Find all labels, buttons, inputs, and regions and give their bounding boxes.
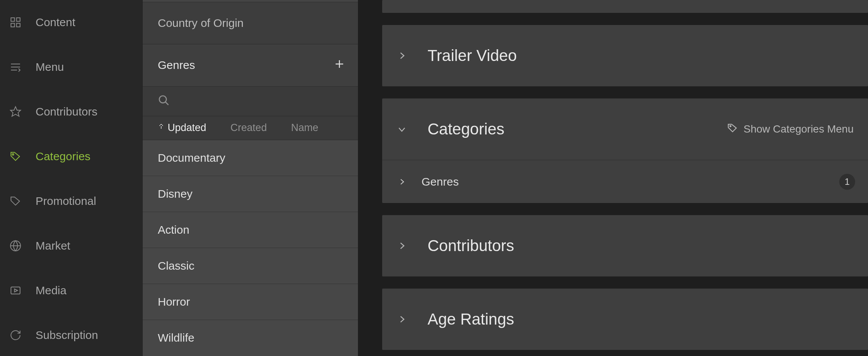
genre-list-item[interactable]: Wildlife <box>143 320 358 356</box>
tag-icon <box>9 150 22 163</box>
genre-label: Horror <box>158 295 190 308</box>
svg-rect-1 <box>17 18 20 21</box>
panel-title: Trailer Video <box>428 47 854 65</box>
nav-label: Promotional <box>36 195 96 208</box>
nav-label: Subscription <box>36 329 98 342</box>
count-badge: 1 <box>839 174 855 190</box>
star-icon <box>9 105 22 118</box>
sort-label: Name <box>291 122 318 134</box>
panel-title: Categories <box>428 120 709 138</box>
panel-prev-sliver <box>382 0 868 13</box>
genre-list-item[interactable]: Action <box>143 212 358 248</box>
svg-point-14 <box>159 96 166 103</box>
sort-created[interactable]: Created <box>230 122 267 134</box>
action-label: Show Categories Menu <box>744 123 854 135</box>
svg-line-15 <box>165 102 168 105</box>
svg-rect-0 <box>11 18 14 21</box>
nav-label: Content <box>36 16 75 29</box>
country-of-origin-label: Country of Origin <box>158 17 244 30</box>
chevron-right-icon <box>394 48 409 63</box>
svg-rect-10 <box>11 287 20 294</box>
globe-icon <box>9 239 22 252</box>
nav-item-contributors[interactable]: Contributors <box>0 89 142 134</box>
genre-label: Classic <box>158 259 194 272</box>
panel-contributors: Contributors <box>382 215 868 276</box>
subrow-title: Genres <box>422 175 826 188</box>
svg-point-8 <box>12 154 14 155</box>
genre-label: Documentary <box>158 151 225 164</box>
side-panel-genres-header[interactable]: Genres <box>143 44 358 87</box>
show-categories-menu-button[interactable]: Show Categories Menu <box>727 122 854 136</box>
panel-title: Contributors <box>428 237 854 255</box>
panel-trailer-video: Trailer Video <box>382 25 868 86</box>
panel-header-age-ratings[interactable]: Age Ratings <box>382 289 868 350</box>
chevron-right-icon <box>394 238 409 253</box>
nav-label: Menu <box>36 61 64 73</box>
sort-label: Updated <box>168 122 206 134</box>
tag2-icon <box>9 195 22 208</box>
genres-label: Genres <box>158 59 195 72</box>
panel-header-contributors[interactable]: Contributors <box>382 215 868 276</box>
svg-rect-2 <box>11 23 14 27</box>
genre-list-item[interactable]: Classic <box>143 248 358 284</box>
chevron-down-icon <box>394 124 409 134</box>
nav-item-subscription[interactable]: Subscription <box>0 313 142 356</box>
panel-header-trailer-video[interactable]: Trailer Video <box>382 25 868 86</box>
chevron-right-icon <box>396 175 408 188</box>
panel-title: Age Ratings <box>428 310 854 328</box>
nav-label: Media <box>36 284 67 297</box>
nav-item-promotional[interactable]: Promotional <box>0 179 142 223</box>
sort-updated[interactable]: Updated <box>158 122 206 134</box>
play-icon <box>9 284 22 297</box>
genre-list-item[interactable]: Disney <box>143 176 358 212</box>
chevron-right-icon <box>394 312 409 327</box>
panel-age-ratings: Age Ratings <box>382 289 868 350</box>
sort-name[interactable]: Name <box>291 122 318 134</box>
panel-subrow-genres[interactable]: Genres 1 <box>382 160 868 203</box>
main-content: Trailer Video Categories Show Categories… <box>358 0 868 356</box>
side-panel: Country of Origin Genres Updated Created… <box>142 0 358 356</box>
refresh-icon <box>9 329 22 342</box>
side-panel-search[interactable] <box>143 87 358 117</box>
svg-marker-7 <box>11 107 21 116</box>
side-panel-country-row[interactable]: Country of Origin <box>143 2 358 45</box>
genre-list-item[interactable]: Documentary <box>143 140 358 176</box>
genre-label: Disney <box>158 187 193 200</box>
nav-label: Contributors <box>36 105 97 118</box>
plus-icon[interactable] <box>334 58 345 72</box>
nav-item-market[interactable]: Market <box>0 223 142 268</box>
grid-icon <box>9 16 22 29</box>
side-panel-sort-row: Updated Created Name <box>143 116 358 140</box>
nav-label: Market <box>36 239 70 252</box>
menu-icon <box>9 61 22 73</box>
panel-header-categories[interactable]: Categories Show Categories Menu <box>382 98 868 160</box>
genre-list-item[interactable]: Horror <box>143 284 358 320</box>
nav-item-content[interactable]: Content <box>0 0 142 45</box>
search-icon <box>158 94 170 108</box>
nav-item-menu[interactable]: Menu <box>0 45 142 89</box>
svg-marker-11 <box>14 289 17 292</box>
nav-item-categories[interactable]: Categories <box>0 134 142 179</box>
tag-outline-icon <box>727 122 738 136</box>
panel-categories: Categories Show Categories Menu Genres 1 <box>382 98 868 203</box>
genre-label: Wildlife <box>158 331 194 344</box>
svg-point-17 <box>730 125 731 126</box>
nav-sidebar: Content Menu Contributors Categories Pro… <box>0 0 142 356</box>
arrow-up-icon <box>158 122 165 134</box>
nav-item-media[interactable]: Media <box>0 268 142 313</box>
sort-label: Created <box>230 122 267 134</box>
genre-label: Action <box>158 223 189 236</box>
nav-label: Categories <box>36 150 90 163</box>
svg-rect-3 <box>17 23 20 27</box>
